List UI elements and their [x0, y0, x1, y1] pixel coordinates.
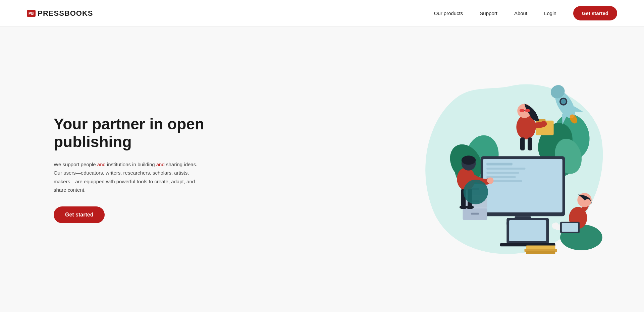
hero-description: We support people and institutions in bu… — [54, 160, 198, 194]
svg-rect-49 — [525, 109, 530, 112]
highlight-and: and — [97, 162, 106, 167]
nav-links: Our products Support About Login Get sta… — [434, 6, 617, 20]
svg-rect-15 — [483, 159, 562, 212]
svg-rect-32 — [471, 213, 479, 215]
svg-point-60 — [585, 199, 591, 205]
svg-rect-18 — [486, 172, 519, 174]
nav-support[interactable]: Support — [480, 10, 497, 16]
hero-content: Your partner in open publishing We suppo… — [54, 115, 228, 223]
logo[interactable]: PB PRESSBOOKS — [27, 9, 93, 18]
navbar: PB PRESSBOOKS Our products Support About… — [0, 0, 644, 27]
svg-rect-16 — [486, 163, 512, 166]
svg-point-37 — [487, 177, 493, 184]
hero-illustration — [402, 69, 617, 270]
svg-point-43 — [466, 205, 474, 209]
hero-title: Your partner in open publishing — [54, 115, 228, 151]
nav-about[interactable]: About — [514, 10, 527, 16]
svg-rect-17 — [486, 168, 525, 170]
svg-rect-51 — [520, 137, 525, 150]
svg-rect-35 — [526, 251, 555, 254]
nav-our-products[interactable]: Our products — [434, 10, 463, 16]
svg-point-61 — [464, 180, 488, 204]
svg-rect-52 — [528, 137, 532, 150]
svg-rect-58 — [562, 223, 578, 232]
nav-get-started-button[interactable]: Get started — [573, 6, 617, 20]
highlight-and2: and — [156, 162, 165, 167]
svg-point-39 — [462, 155, 476, 165]
illustration-scene — [402, 69, 617, 270]
logo-text: PRESSBOOKS — [38, 9, 93, 18]
hero-get-started-button[interactable]: Get started — [54, 206, 105, 223]
nav-login[interactable]: Login — [544, 10, 556, 16]
hero-section: Your partner in open publishing We suppo… — [0, 27, 644, 305]
svg-rect-24 — [509, 220, 546, 241]
svg-rect-48 — [520, 109, 525, 112]
logo-badge: PB — [27, 10, 36, 17]
